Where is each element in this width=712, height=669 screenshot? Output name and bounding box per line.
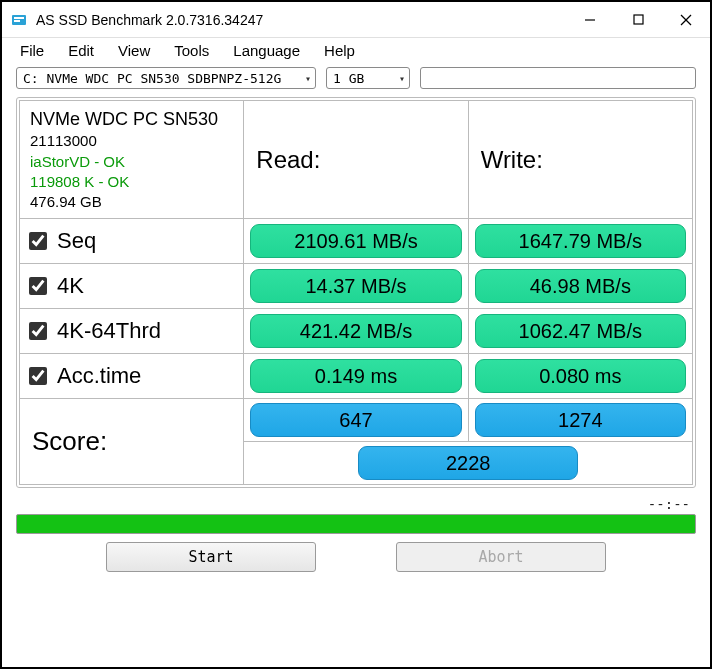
row-seq[interactable]: Seq bbox=[21, 220, 242, 262]
driver-status: iaStorVD - OK bbox=[30, 152, 233, 172]
checkbox-4k64[interactable] bbox=[29, 322, 47, 340]
seq-write-value: 1647.79 MB/s bbox=[475, 224, 686, 258]
maximize-button[interactable] bbox=[614, 2, 662, 37]
start-button[interactable]: Start bbox=[106, 542, 316, 572]
device-name: NVMe WDC PC SN530 bbox=[30, 107, 233, 131]
score-write: 1274 bbox=[475, 403, 686, 437]
menu-help[interactable]: Help bbox=[324, 42, 355, 59]
size-dropdown[interactable]: 1 GB ▾ bbox=[326, 67, 410, 89]
menu-file[interactable]: File bbox=[20, 42, 44, 59]
svg-rect-4 bbox=[634, 15, 643, 24]
filter-input[interactable] bbox=[420, 67, 696, 89]
label-seq: Seq bbox=[57, 228, 96, 254]
status-time: --:-- bbox=[648, 496, 690, 512]
header-read: Read: bbox=[244, 101, 468, 219]
row-4k64[interactable]: 4K-64Thrd bbox=[21, 310, 242, 352]
menubar: File Edit View Tools Language Help bbox=[2, 38, 710, 65]
close-button[interactable] bbox=[662, 2, 710, 37]
size-dropdown-value: 1 GB bbox=[333, 71, 364, 86]
chevron-down-icon: ▾ bbox=[305, 73, 311, 84]
acc-write-value: 0.080 ms bbox=[475, 359, 686, 393]
progress-bar bbox=[16, 514, 696, 534]
device-info-cell: NVMe WDC PC SN530 21113000 iaStorVD - OK… bbox=[20, 101, 244, 219]
app-icon bbox=[10, 11, 28, 29]
label-acc: Acc.time bbox=[57, 363, 141, 389]
label-4k64: 4K-64Thrd bbox=[57, 318, 161, 344]
score-label: Score: bbox=[20, 399, 244, 485]
label-4k: 4K bbox=[57, 273, 84, 299]
selector-row: C: NVMe WDC PC SN530 SDBPNPZ-512G ▾ 1 GB… bbox=[2, 65, 710, 95]
row-acc[interactable]: Acc.time bbox=[21, 355, 242, 397]
minimize-button[interactable] bbox=[566, 2, 614, 37]
score-total: 2228 bbox=[358, 446, 578, 480]
firmware-version: 21113000 bbox=[30, 131, 233, 151]
4k64-write-value: 1062.47 MB/s bbox=[475, 314, 686, 348]
row-4k[interactable]: 4K bbox=[21, 265, 242, 307]
acc-read-value: 0.149 ms bbox=[250, 359, 461, 393]
window-title: AS SSD Benchmark 2.0.7316.34247 bbox=[36, 12, 263, 28]
drive-dropdown-value: C: NVMe WDC PC SN530 SDBPNPZ-512G bbox=[23, 71, 281, 86]
4k64-read-value: 421.42 MB/s bbox=[250, 314, 461, 348]
checkbox-acc[interactable] bbox=[29, 367, 47, 385]
chevron-down-icon: ▾ bbox=[399, 73, 405, 84]
menu-language[interactable]: Language bbox=[233, 42, 300, 59]
results-panel: NVMe WDC PC SN530 21113000 iaStorVD - OK… bbox=[16, 97, 696, 488]
menu-view[interactable]: View bbox=[118, 42, 150, 59]
menu-tools[interactable]: Tools bbox=[174, 42, 209, 59]
4k-read-value: 14.37 MB/s bbox=[250, 269, 461, 303]
titlebar: AS SSD Benchmark 2.0.7316.34247 bbox=[2, 2, 710, 38]
svg-rect-2 bbox=[14, 20, 20, 22]
checkbox-seq[interactable] bbox=[29, 232, 47, 250]
footer-area: --:-- Start Abort bbox=[16, 494, 696, 572]
header-write: Write: bbox=[468, 101, 692, 219]
4k-write-value: 46.98 MB/s bbox=[475, 269, 686, 303]
checkbox-4k[interactable] bbox=[29, 277, 47, 295]
abort-button: Abort bbox=[396, 542, 606, 572]
capacity: 476.94 GB bbox=[30, 192, 233, 212]
window-controls bbox=[566, 2, 710, 37]
alignment-status: 119808 K - OK bbox=[30, 172, 233, 192]
svg-rect-1 bbox=[14, 17, 24, 19]
drive-dropdown[interactable]: C: NVMe WDC PC SN530 SDBPNPZ-512G ▾ bbox=[16, 67, 316, 89]
seq-read-value: 2109.61 MB/s bbox=[250, 224, 461, 258]
menu-edit[interactable]: Edit bbox=[68, 42, 94, 59]
score-read: 647 bbox=[250, 403, 461, 437]
